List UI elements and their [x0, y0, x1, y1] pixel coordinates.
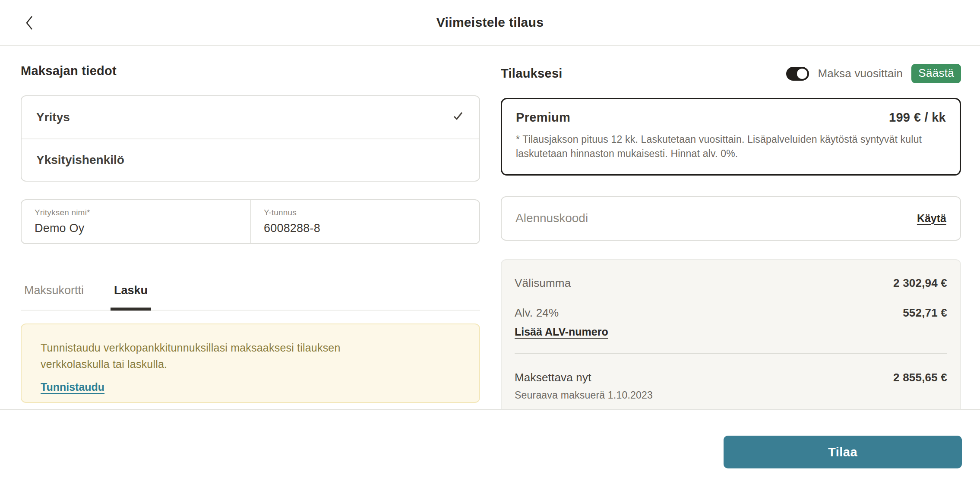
- payer-section: Maksajan tiedot Yritys Yksityishenkilö Y…: [21, 46, 480, 403]
- submit-order-button[interactable]: Tilaa: [724, 436, 962, 468]
- vat-value: 552,71 €: [903, 306, 947, 320]
- order-summary: Välisumma 2 302,94 € Alv. 24% 552,71 € L…: [501, 259, 961, 417]
- plan-card-header: Premium 199 € / kk: [516, 110, 946, 125]
- header: Viimeistele tilaus: [0, 0, 980, 46]
- checkout-page: Viimeistele tilaus Maksajan tiedot Yrity…: [0, 0, 980, 490]
- vat-label: Alv. 24%: [515, 306, 559, 320]
- order-header: Tilauksesi Maksa vuosittain Säästä: [501, 64, 961, 83]
- order-section: Tilauksesi Maksa vuosittain Säästä Premi…: [501, 46, 961, 417]
- invoice-notice-text: Tunnistaudu verkkopankkitunnuksillasi ma…: [41, 340, 405, 372]
- payer-heading: Maksajan tiedot: [21, 64, 480, 78]
- business-id-label: Y-tunnus: [264, 208, 479, 217]
- order-heading: Tilauksesi: [501, 66, 563, 81]
- vat-row: Alv. 24% 552,71 €: [515, 306, 947, 320]
- due-label: Maksettava nyt: [515, 371, 591, 384]
- option-yritys-label: Yritys: [36, 110, 70, 124]
- discount-code-input[interactable]: [515, 211, 917, 225]
- payer-fields: Yrityksen nimi* Demo Oy Y-tunnus 6008288…: [21, 199, 480, 244]
- company-name-field[interactable]: Yrityksen nimi* Demo Oy: [22, 200, 250, 243]
- page-title: Viimeistele tilaus: [0, 0, 980, 45]
- footer: Tilaa: [0, 409, 980, 490]
- save-badge: Säästä: [911, 64, 961, 83]
- due-value: 2 855,65 €: [893, 371, 947, 384]
- option-yksityishenkilo[interactable]: Yksityishenkilö: [22, 138, 479, 181]
- annual-billing-label: Maksa vuosittain: [818, 67, 903, 80]
- add-vat-number-link[interactable]: Lisää ALV-numero: [515, 326, 608, 338]
- annual-billing-toggle[interactable]: [786, 67, 809, 81]
- company-name-label: Yrityksen nimi*: [35, 208, 250, 217]
- next-payment-text: Seuraava maksuerä 1.10.2023: [515, 389, 947, 401]
- plan-terms: * Tilausjakson pituus 12 kk. Laskutetaan…: [516, 132, 946, 161]
- plan-name: Premium: [516, 110, 570, 125]
- payer-type-selector: Yritys Yksityishenkilö: [21, 95, 480, 182]
- company-name-value[interactable]: Demo Oy: [35, 222, 250, 235]
- content: Maksajan tiedot Yritys Yksityishenkilö Y…: [0, 46, 980, 409]
- plan-card: Premium 199 € / kk * Tilausjakson pituus…: [501, 98, 961, 176]
- billing-controls: Maksa vuosittain Säästä: [786, 64, 961, 83]
- apply-discount-link[interactable]: Käytä: [917, 212, 946, 225]
- tunnistaudu-link[interactable]: Tunnistaudu: [41, 381, 104, 393]
- tab-maksukortti[interactable]: Maksukortti: [21, 284, 87, 310]
- due-row: Maksettava nyt 2 855,65 €: [515, 371, 947, 384]
- business-id-value[interactable]: 6008288-8: [264, 222, 479, 235]
- subtotal-row: Välisumma 2 302,94 €: [515, 276, 947, 290]
- check-icon: [451, 109, 465, 126]
- option-yritys[interactable]: Yritys: [22, 96, 479, 138]
- payment-method-tabs: Maksukortti Lasku: [21, 284, 480, 311]
- option-yksityishenkilo-label: Yksityishenkilö: [36, 153, 124, 167]
- invoice-notice: Tunnistaudu verkkopankkitunnuksillasi ma…: [21, 324, 480, 403]
- toggle-knob-icon: [797, 69, 807, 79]
- subtotal-label: Välisumma: [515, 276, 571, 290]
- tab-lasku[interactable]: Lasku: [111, 284, 151, 311]
- summary-divider: [515, 353, 947, 354]
- plan-price: 199 € / kk: [889, 110, 946, 125]
- subtotal-value: 2 302,94 €: [893, 276, 947, 290]
- business-id-field[interactable]: Y-tunnus 6008288-8: [250, 200, 479, 243]
- discount-code-box: Käytä: [501, 196, 961, 241]
